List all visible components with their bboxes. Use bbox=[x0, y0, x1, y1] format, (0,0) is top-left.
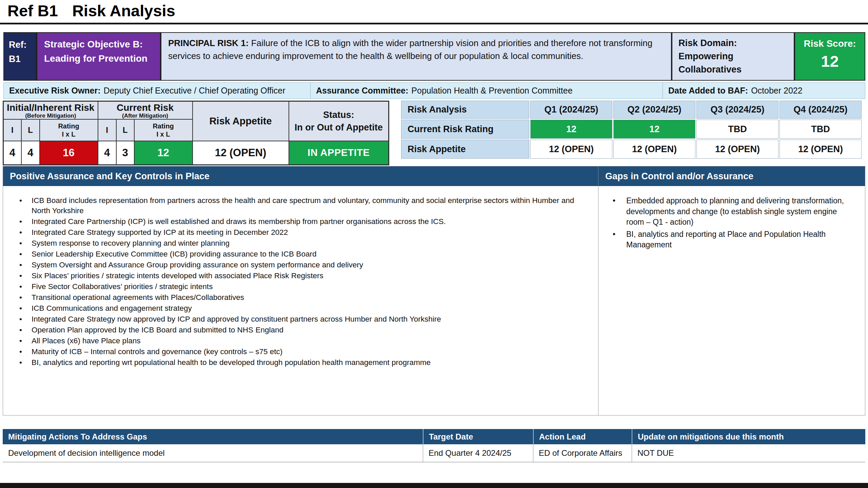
date-added-to-baf: Date Added to BAF: October 2022 bbox=[663, 83, 865, 99]
current-risk-header: Current Risk (After Mitigation) bbox=[98, 101, 193, 120]
risk-matrix-table: Initial/Inherent Risk (Before Mitigation… bbox=[3, 101, 389, 165]
assurance-committee: Assurance Committee: Population Health &… bbox=[310, 83, 663, 99]
initial-rating-header: Rating I x L bbox=[40, 119, 98, 141]
objective-line2: Leading for Prevention bbox=[44, 52, 160, 66]
positive-assurance-body: ICB Board includes representation from p… bbox=[3, 186, 598, 415]
list-item: Five Sector Collaboratives’ priorities /… bbox=[13, 282, 579, 292]
ref-label: Ref: bbox=[9, 38, 36, 52]
risk-score-value: 12 bbox=[795, 52, 865, 70]
slide-bottom-bar bbox=[0, 483, 868, 488]
risk-appetite-header: Risk Appetite bbox=[193, 101, 289, 141]
list-item: Senior Leadership Executive Committee (I… bbox=[13, 249, 579, 259]
executive-risk-owner-label: Executive Risk Owner: bbox=[9, 86, 101, 96]
target-date-value: End Quarter 4 2024/25 bbox=[423, 444, 533, 462]
list-item: BI, analytics and reporting at Place and… bbox=[606, 229, 855, 250]
current-rating-header: Rating I x L bbox=[134, 119, 193, 141]
risk-domain-cell: Risk Domain: Empowering Collaboratives bbox=[672, 32, 794, 81]
list-item: All Places (x6) have Place plans bbox=[13, 336, 579, 346]
q4-header: Q4 (2024/25) bbox=[780, 101, 862, 119]
action-lead-header: Action Lead bbox=[533, 429, 632, 444]
mitigating-actions-header: Mitigating Actions To Address Gaps bbox=[3, 429, 423, 444]
table-row: Development of decision intelligence mod… bbox=[3, 444, 865, 462]
risk-score-cell: Risk Score: 12 bbox=[794, 32, 865, 81]
principal-risk-cell: PRINCIPAL RISK 1: Failure of the ICB to … bbox=[161, 32, 672, 81]
initial-likelihood-value: 4 bbox=[21, 141, 40, 165]
initial-rating-value: 16 bbox=[40, 141, 98, 165]
action-lead-value: ED of Corporate Affairs bbox=[533, 444, 632, 462]
mitigation-action-value: Development of decision intelligence mod… bbox=[3, 444, 423, 462]
assurance-committee-value: Population Health & Prevention Committee bbox=[411, 86, 572, 96]
strategic-objective-cell: Strategic Objective B: Leading for Preve… bbox=[37, 32, 161, 81]
principal-risk-label: PRINCIPAL RISK 1: bbox=[168, 38, 249, 48]
list-item: System Oversight and Assurance Group pro… bbox=[13, 260, 579, 270]
q2-appetite-cell: 12 (OPEN) bbox=[613, 140, 695, 159]
risk-domain-label: Risk Domain: bbox=[678, 37, 787, 50]
q1-header: Q1 (2024/25) bbox=[530, 101, 612, 119]
risk-analysis-slide: Ref B1Risk Analysis Ref: B1 Strategic Ob… bbox=[0, 0, 868, 488]
status-header: Status: In or Out of Appetite bbox=[289, 101, 389, 141]
quarterly-header-row: Risk Analysis Q1 (2024/25) Q2 (2024/25) … bbox=[401, 101, 862, 119]
quarterly-risk-table: Risk Analysis Q1 (2024/25) Q2 (2024/25) … bbox=[400, 100, 863, 160]
assurance-committee-label: Assurance Committee: bbox=[316, 86, 408, 96]
executive-risk-owner-value: Deputy Chief Executive / Chief Operating… bbox=[104, 86, 285, 96]
q1-rating-cell: 12 bbox=[530, 120, 612, 139]
list-item: Six Places’ priorities / strategic inten… bbox=[13, 271, 579, 281]
date-added-to-baf-value: October 2022 bbox=[751, 86, 803, 96]
current-rating-value: 12 bbox=[134, 141, 193, 165]
page-title-ref: Ref B1 bbox=[7, 2, 58, 20]
page-title: Ref B1Risk Analysis bbox=[7, 1, 175, 20]
current-impact-value: 4 bbox=[98, 141, 116, 165]
gaps-body: Embedded approach to planning and delive… bbox=[598, 186, 865, 415]
list-item: Transitional operational agreements with… bbox=[13, 292, 579, 303]
risk-header-band: Ref: B1 Strategic Objective B: Leading f… bbox=[3, 32, 865, 81]
matrix-values-row: 4 4 16 4 3 12 12 (OPEN) IN APPETITE bbox=[3, 141, 389, 165]
list-item: Integrated Care Strategy supported by IC… bbox=[13, 227, 579, 238]
list-item: System response to recovery planning and… bbox=[13, 238, 579, 248]
objective-line1: Strategic Objective B: bbox=[44, 37, 160, 52]
date-added-to-baf-label: Date Added to BAF: bbox=[668, 86, 748, 96]
q3-header: Q3 (2024/25) bbox=[696, 101, 778, 119]
quarterly-title: Risk Analysis bbox=[401, 101, 529, 119]
gaps-panel: Gaps in Control and/or Assurance Embedde… bbox=[598, 166, 865, 415]
current-likelihood-value: 3 bbox=[116, 141, 134, 165]
risk-appetite-row-label: Risk Appetite bbox=[401, 140, 529, 159]
risk-domain-value: Empowering Collaboratives bbox=[678, 50, 787, 76]
q2-rating-cell: 12 bbox=[613, 120, 695, 139]
q1-appetite-cell: 12 (OPEN) bbox=[530, 140, 612, 159]
list-item: BI, analytics and reporting wrt populati… bbox=[13, 358, 579, 368]
q4-appetite-cell: 12 (OPEN) bbox=[780, 140, 862, 159]
list-item: Integrated Care Strategy now approved by… bbox=[13, 314, 579, 324]
gaps-header: Gaps in Control and/or Assurance bbox=[598, 166, 865, 186]
target-date-header: Target Date bbox=[423, 429, 533, 444]
quarterly-rating-row: Current Risk Rating 12 12 TBD TBD bbox=[401, 120, 862, 139]
executive-risk-owner: Executive Risk Owner: Deputy Chief Execu… bbox=[4, 83, 310, 99]
main-section: Positive Assurance and Key Controls in P… bbox=[3, 166, 865, 415]
current-likelihood-header: L bbox=[116, 119, 134, 141]
page-title-label: Risk Analysis bbox=[72, 2, 175, 20]
update-value: NOT DUE bbox=[632, 444, 865, 462]
mitigating-actions-table: Mitigating Actions To Address Gaps Targe… bbox=[3, 429, 865, 462]
positive-assurance-panel: Positive Assurance and Key Controls in P… bbox=[3, 166, 598, 415]
update-header: Update on mitigations due this month bbox=[632, 429, 865, 444]
ref-cell: Ref: B1 bbox=[3, 32, 37, 81]
list-item: ICB Communications and engagement strate… bbox=[13, 303, 579, 313]
status-value: IN APPETITE bbox=[289, 141, 389, 165]
risk-score-label: Risk Score: bbox=[795, 38, 865, 49]
matrix-header-row: Initial/Inherent Risk (Before Mitigation… bbox=[3, 101, 389, 120]
title-divider bbox=[0, 23, 868, 24]
list-item: Maturity of ICB – Internal controls and … bbox=[13, 347, 579, 357]
risk-appetite-value: 12 (OPEN) bbox=[193, 141, 289, 165]
q3-appetite-cell: 12 (OPEN) bbox=[696, 140, 778, 159]
list-item: Integrated Care Partnership (ICP) is wel… bbox=[13, 217, 579, 227]
q4-rating-cell: TBD bbox=[780, 120, 862, 139]
initial-likelihood-header: L bbox=[21, 119, 40, 141]
q2-header: Q2 (2024/25) bbox=[613, 101, 695, 119]
ref-value: B1 bbox=[9, 52, 36, 66]
meta-row: Executive Risk Owner: Deputy Chief Execu… bbox=[3, 82, 865, 99]
gaps-list: Embedded approach to planning and delive… bbox=[606, 196, 855, 250]
initial-risk-header: Initial/Inherent Risk (Before Mitigation… bbox=[3, 101, 98, 120]
current-risk-rating-label: Current Risk Rating bbox=[401, 120, 529, 139]
initial-impact-header: I bbox=[3, 119, 21, 141]
quarterly-appetite-row: Risk Appetite 12 (OPEN) 12 (OPEN) 12 (OP… bbox=[401, 140, 862, 159]
positive-assurance-list: ICB Board includes representation from p… bbox=[13, 196, 579, 368]
